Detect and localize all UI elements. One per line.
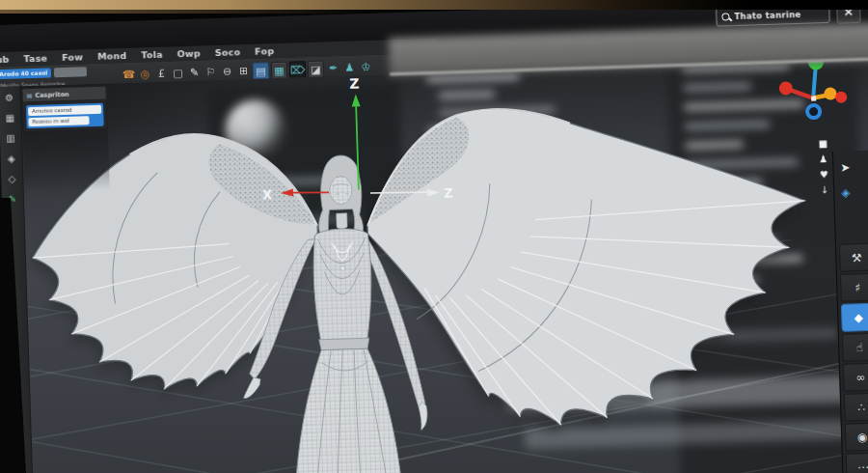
crown-icon[interactable]: ♔ — [359, 59, 374, 75]
monitor-photo: Thato tanrine × Toub Tase Fow Mond Tola … — [0, 0, 868, 473]
cube-icon[interactable]: ◈ — [834, 179, 868, 206]
menu-item-2[interactable]: Fow — [62, 51, 83, 63]
app-window: Thato tanrine × Toub Tase Fow Mond Tola … — [0, 0, 868, 473]
svg-text:Z: Z — [444, 185, 453, 200]
nav-axis-gizmo[interactable] — [771, 59, 866, 138]
menu-item-0[interactable]: Toub — [0, 54, 10, 66]
desk-edge-shadow — [0, 10, 365, 14]
favorite-icon[interactable]: ♥ — [820, 169, 828, 180]
left-hand — [243, 377, 261, 399]
duplicate-icon[interactable]: ⊞ — [236, 63, 252, 79]
scene-panel: ▤ Caspriton Amuteo casrod Rezeou m wol — [21, 86, 109, 193]
axis-ring-blue[interactable] — [807, 105, 820, 118]
list-item[interactable]: Amuteo casrod — [28, 105, 101, 116]
link-tool-icon[interactable]: ∞ — [843, 363, 868, 392]
search-text: Thato tanrine — [734, 10, 800, 21]
snap-tool-icon[interactable]: ♯ — [840, 273, 868, 302]
menu-item-3[interactable]: Mond — [97, 50, 127, 62]
menu-item-7[interactable]: Fop — [255, 45, 274, 57]
more-tools-icon[interactable]: ⋯ — [846, 453, 868, 473]
bind-icon[interactable]: £ — [154, 66, 170, 82]
angel-wireframe-model[interactable]: Z X Z — [4, 59, 865, 473]
select-link-icon[interactable]: ☎ — [122, 67, 137, 83]
list-item[interactable]: Rezeou m wol — [28, 116, 90, 126]
brush-icon[interactable]: ✒ — [326, 60, 341, 76]
brush-tool-icon[interactable]: ◆ — [841, 303, 868, 332]
axis-ball-red-left[interactable] — [779, 81, 793, 95]
tag-icon[interactable]: ⚐ — [203, 64, 219, 80]
desk-edge — [0, 0, 868, 10]
menu-item-5[interactable]: Owp — [176, 48, 201, 60]
hammer-tool-icon[interactable]: ⚒ — [839, 243, 868, 272]
axis-ball-red-right[interactable] — [835, 91, 847, 102]
scatter-tool-icon[interactable]: ∴ — [844, 393, 868, 422]
svg-text:X: X — [262, 187, 272, 202]
hand-tool-icon[interactable]: ☝ — [842, 333, 868, 362]
send-icon[interactable]: ➤ — [833, 153, 868, 181]
wrench-tool-icon[interactable]: ⚙ — [5, 93, 14, 104]
scene-panel-fade — [23, 130, 110, 193]
breadcrumb-secondary[interactable] — [54, 67, 87, 77]
viewport-quick-icons: ■ ♟ ♥ ↓ — [818, 138, 828, 195]
right-wing[interactable] — [364, 99, 811, 431]
belt — [319, 338, 369, 350]
folder-icon: ▤ — [27, 92, 33, 98]
menu-item-1[interactable]: Tase — [23, 52, 47, 64]
square-icon[interactable]: ■ — [818, 138, 827, 149]
breadcrumb-selected[interactable]: Arodo 40 casol — [0, 68, 51, 79]
right-hand — [419, 402, 428, 430]
figure-icon[interactable]: ♟ — [342, 59, 358, 75]
scene-panel-title: Caspriton — [35, 90, 69, 98]
diamond-tool-icon[interactable]: ◈ — [8, 153, 15, 165]
layers-tool-icon[interactable]: ▥ — [6, 133, 15, 145]
unlink-icon[interactable]: ◎ — [138, 66, 153, 82]
svg-text:Z: Z — [349, 75, 360, 91]
menu-item-4[interactable]: Tola — [141, 49, 163, 61]
zoom-tool-icon[interactable]: ⊖ — [220, 63, 235, 79]
3d-viewport[interactable]: Z X Z ■ ♟ ♥ — [0, 59, 868, 473]
menu-item-6[interactable]: Soco — [215, 46, 241, 58]
grid-tool-icon[interactable]: ▦ — [5, 113, 14, 125]
download-icon[interactable]: ↓ — [821, 184, 829, 195]
select-pen-icon[interactable]: ✎ — [187, 64, 203, 80]
sphere-tool-icon[interactable]: ◉ — [845, 423, 868, 452]
region-select-icon[interactable]: ▢ — [171, 65, 186, 81]
poly-tool-icon[interactable]: ◇ — [8, 174, 15, 185]
selected-item-group[interactable]: Amuteo casrod Rezeou m wol — [26, 103, 104, 129]
user-icon[interactable]: ♟ — [819, 153, 827, 164]
axis-ball-orange[interactable] — [824, 87, 836, 99]
search-icon — [721, 13, 730, 21]
